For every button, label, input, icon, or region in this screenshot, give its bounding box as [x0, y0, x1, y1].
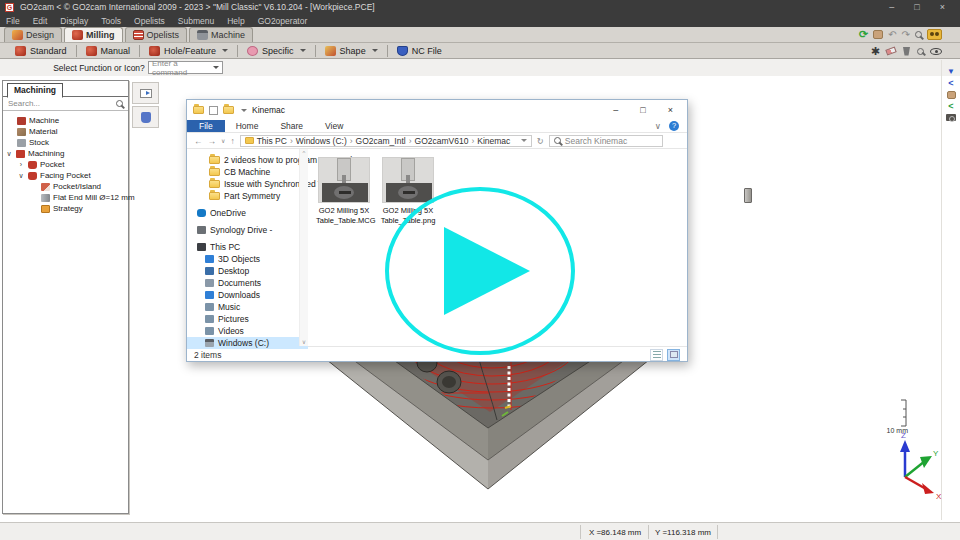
minimize-button[interactable]: –	[889, 2, 894, 12]
sidebar-music[interactable]: Music	[187, 301, 308, 313]
sidebar-desktop[interactable]: Desktop	[187, 265, 308, 277]
tab-opelists[interactable]: Opelists	[125, 27, 188, 42]
tree-item-machine[interactable]: Machine	[3, 115, 128, 126]
tree-item-pocket[interactable]: ›Pocket	[3, 159, 128, 170]
tree-item-facing-pocket[interactable]: ∨Facing Pocket	[3, 170, 128, 181]
sidebar-downloads[interactable]: Downloads	[187, 289, 308, 301]
breadcrumb[interactable]: This PC› Windows (C:)› GO2cam_Intl› GO2c…	[240, 135, 532, 147]
tree-item-flat-end-mill[interactable]: Flat End Mill Ø=12 mm	[3, 192, 128, 203]
manual-button[interactable]: Manual	[79, 44, 138, 58]
command-input[interactable]: Enter a command	[148, 61, 223, 74]
quick-access-check-icon[interactable]	[209, 106, 218, 115]
shape-button[interactable]: Shape	[318, 44, 385, 58]
collapse-icon[interactable]: ›	[17, 161, 25, 168]
expand-icon[interactable]: ∨	[5, 150, 13, 158]
redo-icon[interactable]: ↷	[902, 30, 910, 40]
file-mcg[interactable]: GO2 Milling 5X Table_Table.MCG	[316, 157, 372, 226]
help-icon[interactable]: ?	[669, 121, 679, 131]
explorer-tab-file[interactable]: File	[187, 120, 225, 132]
sidebar-onedrive[interactable]: OneDrive	[187, 207, 308, 219]
explorer-tab-view[interactable]: View	[314, 120, 354, 132]
up-icon[interactable]: ↑	[230, 136, 234, 146]
sidebar-folder[interactable]: CB Machine	[187, 166, 308, 178]
tree-item-material[interactable]: Material	[3, 126, 128, 137]
standard-button[interactable]: Standard	[8, 44, 74, 58]
sidebar-pictures[interactable]: Pictures	[187, 313, 308, 325]
collapse-green-icon[interactable]: <	[948, 102, 953, 111]
menu-edit[interactable]: Edit	[33, 16, 48, 26]
scroll-down-icon[interactable]: ∨	[302, 338, 306, 345]
explorer-search-input[interactable]: Search Kinemac	[549, 135, 663, 147]
explorer-tab-home[interactable]: Home	[225, 120, 270, 132]
close-button[interactable]: ×	[940, 2, 945, 12]
machining-panel-tab[interactable]: Machining	[7, 83, 63, 98]
history-icon[interactable]: ∨	[221, 137, 225, 144]
scroll-up-icon[interactable]: ^	[303, 150, 306, 156]
camera-icon[interactable]	[946, 114, 956, 121]
zoom-icon[interactable]	[915, 31, 922, 38]
tree-search[interactable]: Search...	[3, 97, 128, 111]
explorer-minimize-button[interactable]: –	[613, 105, 618, 115]
explorer-close-button[interactable]: ×	[668, 105, 673, 115]
panel-side-button-simulation[interactable]	[132, 82, 159, 104]
tree-item-strategy[interactable]: Strategy	[3, 203, 128, 214]
menu-submenu[interactable]: Submenu	[178, 16, 214, 26]
sidebar-videos[interactable]: Videos	[187, 325, 308, 337]
grab-icon[interactable]	[873, 30, 883, 39]
menu-help[interactable]: Help	[227, 16, 244, 26]
explorer-tab-share[interactable]: Share	[269, 120, 314, 132]
bucket-icon[interactable]	[902, 47, 911, 56]
tree-item-pocket-island[interactable]: Pocket/Island	[3, 181, 128, 192]
refresh-icon[interactable]: ↻	[537, 136, 544, 146]
specific-button[interactable]: Specific	[240, 44, 313, 58]
menu-tools[interactable]: Tools	[101, 16, 121, 26]
sidebar-synology[interactable]: Synology Drive -	[187, 224, 308, 236]
sidebar-folder[interactable]: 2 videos how to program a 3X Deb	[187, 154, 308, 166]
list-view-button[interactable]	[650, 349, 663, 361]
explorer-maximize-button[interactable]: □	[640, 105, 645, 115]
filter-icon[interactable]: ▼	[947, 68, 955, 76]
undo-icon[interactable]: ↶	[888, 30, 896, 40]
expand-icon[interactable]: ∨	[17, 172, 25, 180]
forward-icon[interactable]: →	[208, 136, 217, 146]
maximize-button[interactable]: □	[914, 2, 919, 12]
crumb-go2camv610[interactable]: GO2camV610	[415, 136, 469, 146]
crumb-go2cam-intl[interactable]: GO2cam_Intl	[356, 136, 406, 146]
tab-milling[interactable]: Milling	[64, 27, 123, 42]
sidebar-folder[interactable]: Part Symmetry	[187, 190, 308, 202]
hand-icon[interactable]	[947, 91, 956, 99]
chevron-down-icon[interactable]	[241, 109, 247, 112]
sidebar-scrollbar[interactable]: ^ ∨	[299, 149, 308, 346]
menu-go2operator[interactable]: GO2operator	[258, 16, 308, 26]
back-icon[interactable]: ←	[194, 136, 203, 146]
sidebar-this-pc[interactable]: This PC	[187, 241, 308, 253]
menu-opelists[interactable]: Opelists	[134, 16, 165, 26]
thumbnail-view-button[interactable]	[667, 349, 680, 361]
eraser-icon[interactable]	[885, 46, 896, 55]
burst-icon[interactable]: ✱	[871, 46, 880, 57]
glasses-icon[interactable]	[927, 29, 942, 40]
hole-feature-button[interactable]: Hole/Feature	[142, 44, 235, 58]
crumb-kinemac[interactable]: Kinemac	[477, 136, 510, 146]
tab-machine[interactable]: Machine	[189, 27, 253, 42]
nc-file-button[interactable]: NC File	[390, 44, 449, 58]
sidebar-3d-objects[interactable]: 3D Objects	[187, 253, 308, 265]
sync-icon[interactable]: ⟳	[859, 29, 868, 40]
play-icon[interactable]	[444, 227, 530, 315]
crumb-this-pc[interactable]: This PC	[257, 136, 287, 146]
chevron-down-icon[interactable]	[521, 139, 527, 142]
eye-icon[interactable]	[930, 48, 942, 55]
panel-side-button-glove[interactable]	[132, 106, 159, 128]
zoom-window-icon[interactable]	[917, 48, 924, 55]
menu-display[interactable]: Display	[60, 16, 88, 26]
tree-item-machining[interactable]: ∨Machining	[3, 148, 128, 159]
crumb-windows-c[interactable]: Windows (C:)	[296, 136, 347, 146]
sidebar-windows-c[interactable]: Windows (C:)	[187, 337, 308, 349]
ribbon-collapse-icon[interactable]: ∨	[655, 121, 661, 131]
sidebar-documents[interactable]: Documents	[187, 277, 308, 289]
collapse-blue-icon[interactable]: <	[948, 79, 953, 88]
menu-file[interactable]: File	[6, 16, 20, 26]
sidebar-folder[interactable]: Issue with Synchronised Tools	[187, 178, 308, 190]
tab-design[interactable]: Design	[4, 27, 62, 42]
tree-item-stock[interactable]: Stock	[3, 137, 128, 148]
